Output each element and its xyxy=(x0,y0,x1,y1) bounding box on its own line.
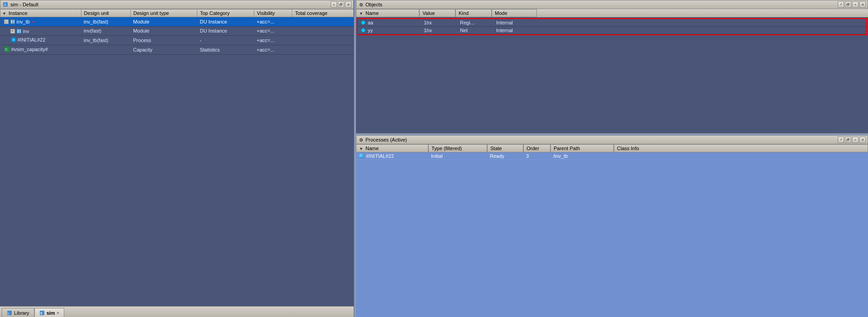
objects-table-wrapper: ▼ Name Value Kind Mode a xyxy=(356,9,868,133)
table-row[interactable]: C #vsim_capacity# Capacity Statistics +a… xyxy=(0,45,354,54)
objects-expand-icon[interactable]: ↗ xyxy=(838,1,844,8)
processes-gear-icon: ⚙ xyxy=(358,137,364,142)
svg-text:C: C xyxy=(5,47,8,52)
sim-tab-icon: S xyxy=(39,310,45,316)
svg-text:S: S xyxy=(40,312,43,315)
objects-restore-icon[interactable]: 🗗 xyxy=(845,1,851,8)
bottom-tab-bar: L Library S sim × xyxy=(0,306,354,317)
table-row[interactable]: − inv_tb ← inv_tb(fast) M xyxy=(0,17,354,27)
svg-text:S: S xyxy=(4,3,6,6)
capacity-icon: C xyxy=(4,46,10,52)
left-panel: S sim - Default + 🗗 ✕ ▼ xyxy=(0,0,354,317)
processes-header: ▼ Name Type (filtered) State Order Paren… xyxy=(356,144,868,152)
objects-cell-name-yy: yy xyxy=(358,27,421,34)
objects-col-value[interactable]: Value xyxy=(419,9,455,17)
objects-row-yy[interactable]: yy 1hx Net Internal xyxy=(358,27,866,34)
restore-button[interactable]: 🗗 xyxy=(338,1,344,8)
proc-col-type[interactable]: Type (filtered) xyxy=(428,144,487,152)
objects-add-button[interactable]: + xyxy=(852,1,859,8)
library-icon: L xyxy=(7,310,12,316)
objects-col-mode[interactable]: Mode xyxy=(492,9,537,17)
col-visibility[interactable]: Visibility xyxy=(254,9,292,17)
proc-cell-name: #INITIAL#22 xyxy=(356,152,428,160)
objects-col-kind[interactable]: Kind xyxy=(455,9,492,17)
objects-row-aa[interactable]: aa 1hx Regi... Internal xyxy=(358,19,866,27)
svg-rect-4 xyxy=(13,20,14,24)
svg-marker-17 xyxy=(361,28,365,33)
svg-rect-7 xyxy=(19,29,21,33)
objects-red-outline: aa 1hx Regi... Internal yy xyxy=(357,18,867,35)
objects-cell-name-aa: aa xyxy=(358,19,421,26)
objects-titlebar-left: ⚙ Objects xyxy=(358,2,382,7)
add-button[interactable]: + xyxy=(331,1,337,8)
proc-col-order[interactable]: Order xyxy=(523,144,550,152)
instance-cell: + inv xyxy=(0,27,81,36)
proc-col-state[interactable]: State xyxy=(487,144,523,152)
proc-col-classinfo[interactable]: Class Info xyxy=(614,144,868,152)
processes-titlebar-buttons: ↗ 🗗 + ✕ xyxy=(838,137,866,143)
svg-marker-16 xyxy=(361,20,365,25)
collapse-button[interactable]: − xyxy=(4,19,9,24)
objects-header: ▼ Name Value Kind Mode xyxy=(356,9,868,17)
proc-col-parent[interactable]: Parent Path xyxy=(550,144,614,152)
proc-filter-icon: ▼ xyxy=(359,147,363,151)
diamond-icon-yy xyxy=(360,28,366,33)
tab-close-button[interactable]: × xyxy=(57,311,59,315)
processes-close-button[interactable]: ✕ xyxy=(859,137,866,143)
diamond-icon-aa xyxy=(360,20,366,25)
left-panel-titlebar: S sim - Default + 🗗 ✕ xyxy=(0,0,354,9)
processes-panel: ⚙ Processes (Active) ↗ 🗗 + ✕ xyxy=(356,135,868,317)
process-row-icon xyxy=(359,153,364,159)
instance-table-container: ▼ Instance Design unit Design unit type … xyxy=(0,9,354,306)
instance-table: ▼ Instance Design unit Design unit type … xyxy=(0,9,354,55)
right-panel: ⚙ Objects ↗ 🗗 + ✕ xyxy=(356,0,868,317)
filter-icon: ▼ xyxy=(2,11,6,16)
col-total-coverage[interactable]: Total coverage xyxy=(292,9,354,17)
processes-add-button[interactable]: + xyxy=(852,137,859,143)
close-button[interactable]: ✕ xyxy=(345,1,351,8)
objects-title: Objects xyxy=(365,2,382,7)
objects-close-button[interactable]: ✕ xyxy=(859,1,866,8)
objects-col-name[interactable]: ▼ Name xyxy=(356,9,419,17)
objects-titlebar: ⚙ Objects ↗ 🗗 + ✕ xyxy=(356,0,868,9)
processes-table-wrapper: ▼ Name Type (filtered) State Order Paren… xyxy=(356,144,868,317)
instance-cell: C #vsim_capacity# xyxy=(0,45,81,54)
objects-gear-icon: ⚙ xyxy=(358,2,364,7)
process-icon xyxy=(10,37,17,43)
svg-rect-6 xyxy=(17,29,19,33)
processes-restore-icon[interactable]: 🗗 xyxy=(845,137,851,143)
processes-expand-icon[interactable]: ↗ xyxy=(838,137,844,143)
module-icon xyxy=(16,28,22,34)
sim-icon: S xyxy=(2,1,9,8)
tab-sim[interactable]: S sim × xyxy=(34,308,64,317)
table-row[interactable]: #INITIAL#22 inv_tb(fast) Process - +acc=… xyxy=(0,35,354,45)
processes-titlebar-left: ⚙ Processes (Active) xyxy=(358,137,407,142)
titlebar-buttons: + 🗗 ✕ xyxy=(331,1,351,8)
processes-title: Processes (Active) xyxy=(365,137,407,142)
col-top-category[interactable]: Top Category xyxy=(197,9,254,17)
table-header-row: ▼ Instance Design unit Design unit type … xyxy=(0,9,354,17)
svg-text:L: L xyxy=(8,312,9,315)
arrow-indicator: ← xyxy=(31,18,37,25)
objects-filter-icon: ▼ xyxy=(359,11,363,16)
col-instance[interactable]: ▼ Instance xyxy=(0,9,81,17)
expand-button[interactable]: + xyxy=(10,29,15,33)
processes-row-initial22[interactable]: #INITIAL#22 Initial Ready 3 /inv_tb xyxy=(356,152,868,160)
tab-library[interactable]: L Library xyxy=(2,308,34,317)
module-icon xyxy=(9,19,16,25)
instance-cell: − inv_tb ← xyxy=(0,17,81,27)
svg-rect-3 xyxy=(11,20,13,24)
objects-titlebar-buttons: ↗ 🗗 + ✕ xyxy=(838,1,866,8)
proc-col-name[interactable]: ▼ Name xyxy=(356,144,428,152)
table-row[interactable]: + inv inv(fast) Module DU Ins xyxy=(0,27,354,36)
instance-cell: #INITIAL#22 xyxy=(0,35,81,45)
processes-titlebar: ⚙ Processes (Active) ↗ 🗗 + ✕ xyxy=(356,135,868,144)
left-panel-title: sim - Default xyxy=(10,2,38,7)
svg-point-9 xyxy=(12,38,15,41)
col-design-unit[interactable]: Design unit xyxy=(81,9,130,17)
col-design-unit-type[interactable]: Design unit type xyxy=(130,9,197,17)
titlebar-left: S sim - Default xyxy=(2,1,38,8)
objects-panel: ⚙ Objects ↗ 🗗 + ✕ xyxy=(356,0,868,133)
